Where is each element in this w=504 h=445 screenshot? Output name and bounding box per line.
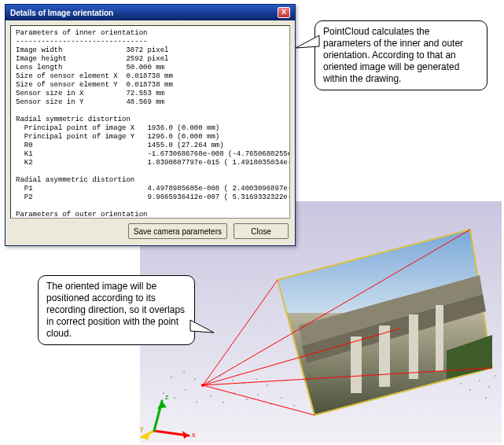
svg-point-23 [270, 403, 270, 404]
svg-point-31 [232, 380, 233, 381]
axis-z-label: z [165, 393, 169, 401]
svg-point-29 [208, 381, 209, 382]
svg-point-34 [267, 384, 267, 385]
axis-x-label: x [192, 431, 196, 439]
svg-marker-7 [447, 335, 492, 379]
svg-point-19 [223, 402, 223, 403]
svg-marker-44 [142, 434, 149, 440]
svg-marker-47 [296, 35, 319, 48]
svg-point-40 [485, 397, 486, 398]
callout-oriented-image: The oriented image will be positioned ac… [38, 275, 195, 345]
dialog-body: Parameters of inner orientation --------… [6, 20, 295, 245]
svg-point-18 [210, 395, 211, 396]
svg-point-8 [201, 384, 204, 387]
svg-point-32 [243, 383, 244, 384]
svg-point-27 [183, 372, 184, 373]
svg-point-17 [196, 401, 197, 402]
ucs-axes [142, 401, 189, 440]
svg-point-30 [219, 375, 220, 376]
svg-point-36 [469, 389, 470, 390]
axis-y-label: y [140, 425, 144, 432]
save-camera-parameters-button[interactable]: Save camera parameters [128, 223, 227, 239]
svg-point-22 [257, 394, 258, 395]
svg-point-15 [174, 397, 175, 398]
svg-line-12 [203, 385, 315, 415]
svg-point-28 [194, 378, 195, 379]
svg-marker-1 [299, 275, 483, 346]
svg-point-14 [163, 392, 164, 393]
callout-text: The oriented image will be positioned ac… [46, 281, 185, 339]
svg-rect-3 [351, 337, 362, 393]
close-icon[interactable]: X [278, 7, 290, 18]
svg-marker-42 [182, 431, 189, 439]
svg-point-26 [171, 377, 171, 377]
svg-marker-48 [190, 320, 214, 333]
svg-rect-5 [409, 314, 418, 379]
svg-point-16 [185, 389, 186, 390]
callout-text: PointCloud calculates the parameters of … [323, 26, 463, 84]
svg-point-38 [488, 386, 489, 387]
svg-line-13 [203, 329, 399, 385]
svg-line-9 [203, 280, 278, 385]
svg-marker-0 [278, 230, 492, 415]
close-button[interactable]: Close [234, 223, 289, 239]
svg-line-41 [154, 431, 189, 436]
svg-rect-6 [436, 305, 443, 371]
svg-point-24 [281, 397, 281, 398]
dialog-button-row: Save camera parameters Close [10, 219, 290, 241]
svg-line-43 [142, 431, 154, 437]
svg-line-10 [203, 230, 470, 385]
image-orientation-dialog: Details of Image orientation X Parameter… [5, 4, 296, 246]
svg-rect-4 [379, 325, 390, 387]
svg-line-45 [154, 401, 162, 431]
svg-point-21 [246, 399, 247, 399]
svg-line-11 [203, 368, 492, 385]
dialog-titlebar[interactable]: Details of Image orientation X [6, 5, 295, 20]
parameters-text-pane[interactable]: Parameters of inner orientation --------… [10, 25, 290, 219]
callout-orientation-params: PointCloud calculates the parameters of … [315, 20, 487, 90]
svg-point-35 [460, 383, 461, 384]
svg-marker-46 [157, 401, 167, 409]
svg-point-33 [256, 378, 256, 379]
svg-point-39 [495, 375, 495, 376]
svg-marker-2 [302, 294, 486, 363]
svg-point-37 [479, 380, 480, 381]
svg-point-25 [293, 405, 294, 406]
svg-point-20 [234, 392, 234, 393]
dialog-title: Details of Image orientation [10, 9, 113, 17]
